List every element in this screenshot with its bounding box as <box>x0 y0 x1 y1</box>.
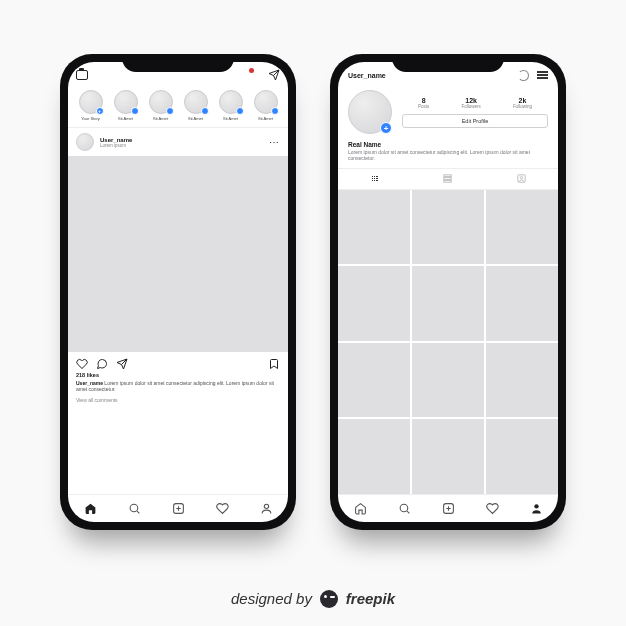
bottom-nav <box>68 494 288 522</box>
post-thumbnail[interactable] <box>412 266 484 341</box>
stat-followers[interactable]: 12k Followers <box>461 97 480 109</box>
post-thumbnail[interactable] <box>412 343 484 418</box>
svg-point-8 <box>520 176 522 178</box>
stat-label: Followers <box>461 104 480 109</box>
tab-grid[interactable] <box>338 169 411 189</box>
post-thumbnail[interactable] <box>486 190 558 265</box>
freepik-logo-icon <box>320 590 338 608</box>
story-your-story[interactable]: + Your Story <box>76 90 105 121</box>
svg-rect-4 <box>444 175 451 177</box>
phone-profile: User_name + 8 Posts 12k <box>330 54 566 530</box>
post-actions <box>68 352 288 372</box>
post-thumbnail[interactable] <box>338 419 410 494</box>
add-story-badge-icon[interactable]: + <box>380 122 392 134</box>
profile-username[interactable]: User_name <box>348 72 386 79</box>
stories-tray: + Your Story Sit Amet Sit Amet Sit Amet <box>68 86 288 128</box>
profile-bio: Real Name Lorem ipsum dolor sit amet con… <box>338 136 558 168</box>
direct-message-icon[interactable] <box>268 69 280 81</box>
svg-rect-5 <box>444 178 451 180</box>
nav-profile-icon[interactable] <box>530 502 543 515</box>
story-item[interactable]: Sit Amet <box>181 90 210 121</box>
story-status-badge-icon <box>166 107 174 115</box>
like-icon[interactable] <box>76 358 88 370</box>
attribution-prefix: designed by <box>231 590 316 607</box>
post-thumbnail[interactable] <box>338 343 410 418</box>
avatar-icon: + <box>79 90 103 114</box>
bookmark-icon[interactable] <box>268 358 280 370</box>
grid-icon <box>372 176 378 182</box>
notification-dot-icon <box>249 68 254 73</box>
avatar-icon <box>114 90 138 114</box>
stat-following[interactable]: 2k Following <box>513 97 532 109</box>
post-image[interactable] <box>68 156 288 352</box>
tab-tagged[interactable] <box>485 169 558 189</box>
svg-point-3 <box>264 504 268 508</box>
attribution-brand: freepik <box>346 590 395 607</box>
stat-value: 12k <box>461 97 480 104</box>
list-icon <box>442 173 453 184</box>
nav-add-icon[interactable] <box>442 502 455 515</box>
nav-home-icon[interactable] <box>84 502 97 515</box>
post-thumbnail[interactable] <box>338 190 410 265</box>
menu-icon[interactable] <box>537 71 548 78</box>
view-comments-link[interactable]: View all comments <box>68 393 288 409</box>
story-item[interactable]: Sit Amet <box>146 90 175 121</box>
posts-grid <box>338 190 558 495</box>
tagged-icon <box>516 173 527 184</box>
nav-home-icon[interactable] <box>354 502 367 515</box>
post-thumbnail[interactable] <box>486 266 558 341</box>
post-thumbnail[interactable] <box>338 266 410 341</box>
profile-tabs <box>338 168 558 190</box>
profile-stats-row: + 8 Posts 12k Followers 2k <box>338 86 558 136</box>
stat-posts[interactable]: 8 Posts <box>418 97 429 109</box>
nav-activity-icon[interactable] <box>216 502 229 515</box>
story-status-badge-icon <box>201 107 209 115</box>
tab-feed[interactable] <box>411 169 484 189</box>
story-label: Your Story <box>81 116 100 121</box>
avatar-icon <box>149 90 173 114</box>
story-status-badge-icon <box>236 107 244 115</box>
edit-profile-button[interactable]: Edit Profile <box>402 114 548 128</box>
post-thumbnail[interactable] <box>486 343 558 418</box>
profile-avatar-icon[interactable]: + <box>348 90 392 134</box>
profile-real-name: Real Name <box>348 141 548 148</box>
story-status-badge-icon <box>271 107 279 115</box>
nav-profile-icon[interactable] <box>260 502 273 515</box>
nav-activity-icon[interactable] <box>486 502 499 515</box>
post-thumbnail[interactable] <box>412 190 484 265</box>
avatar-icon <box>184 90 208 114</box>
camera-icon[interactable] <box>76 70 88 80</box>
attribution: designed by freepik <box>0 590 626 608</box>
stat-label: Following <box>513 104 532 109</box>
story-label: Sit Amet <box>118 116 133 121</box>
story-item[interactable]: Sit Amet <box>251 90 280 121</box>
share-icon[interactable] <box>116 358 128 370</box>
story-status-badge-icon <box>131 107 139 115</box>
nav-search-icon[interactable] <box>398 502 411 515</box>
post-username[interactable]: User_name <box>100 137 132 143</box>
caption-text: Lorem ipsum dolor sit amet consectetur a… <box>76 380 274 392</box>
post-location[interactable]: Lorem ipsum <box>100 143 132 148</box>
story-item[interactable]: Sit Amet <box>216 90 245 121</box>
nav-search-icon[interactable] <box>128 502 141 515</box>
phone-notch <box>122 54 234 72</box>
stat-label: Posts <box>418 104 429 109</box>
phone-notch <box>392 54 504 72</box>
stat-value: 2k <box>513 97 532 104</box>
avatar-icon <box>219 90 243 114</box>
post-thumbnail[interactable] <box>486 419 558 494</box>
story-item[interactable]: Sit Amet <box>111 90 140 121</box>
post-more-icon[interactable]: ⋯ <box>269 137 280 148</box>
avatar-icon <box>254 90 278 114</box>
nav-add-icon[interactable] <box>172 502 185 515</box>
phone-feed: + Your Story Sit Amet Sit Amet Sit Amet <box>60 54 296 530</box>
post-thumbnail[interactable] <box>412 419 484 494</box>
post-author-avatar-icon[interactable] <box>76 133 94 151</box>
post-header: User_name Lorem ipsum ⋯ <box>68 128 288 156</box>
add-story-badge-icon: + <box>96 107 104 115</box>
profile-bio-text: Lorem ipsum dolor sit amet consectetur a… <box>348 149 548 162</box>
story-label: Sit Amet <box>223 116 238 121</box>
caption-username[interactable]: User_name <box>76 380 103 386</box>
comment-icon[interactable] <box>96 358 108 370</box>
refresh-icon[interactable] <box>518 70 529 81</box>
